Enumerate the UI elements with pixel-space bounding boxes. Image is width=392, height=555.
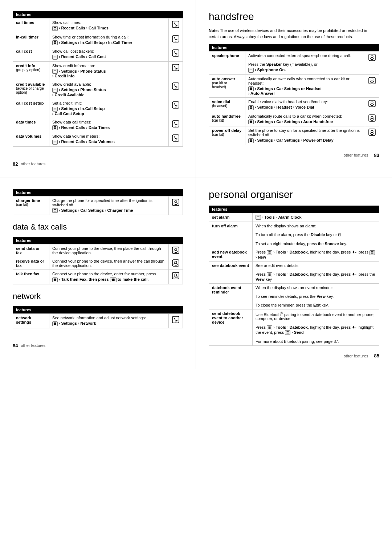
feature-desc: Connect your phone to the device, enter … xyxy=(49,270,169,284)
table-row: power-off delay(car kit) Set the phone t… xyxy=(209,126,379,145)
icon-cell xyxy=(365,74,379,98)
features-table-p85: features set alarm ☰ › Tools › Alarm Clo… xyxy=(209,206,379,346)
phone-icon: ☆ xyxy=(172,49,180,57)
table-row: data times Show data call timers: ☰ › Re… xyxy=(13,118,183,132)
table-row: call cost Show call cost trackers: ☰ › R… xyxy=(13,47,183,62)
svg-text:☆: ☆ xyxy=(175,139,177,141)
feature-desc: Show call cost trackers: ☰ › Recent Call… xyxy=(49,47,169,62)
features-table-p83: features speakerphone Activate a connect… xyxy=(209,44,379,145)
feature-desc: Show time or cost information during a c… xyxy=(49,33,169,47)
feature-desc: Show credit available: ☰ › Settings › Ph… xyxy=(49,80,169,99)
table-row: in-call timer Show time or cost informat… xyxy=(13,33,183,47)
page-84: features charger time(car kit) Charge th… xyxy=(0,178,196,370)
menu-path: ☰ › Settings › Car Settings or Headset› … xyxy=(248,86,362,96)
menu-path: ☰ › Settings › Phone Status› Credit Info xyxy=(52,69,166,78)
svg-rect-27 xyxy=(371,120,373,121)
table-row: receive data or fax Connect your phone t… xyxy=(13,257,183,270)
feature-label: add new datebook event xyxy=(209,248,253,262)
icon-cell xyxy=(169,257,183,270)
handsfree-note: Note: The use of wireless devices and th… xyxy=(209,28,379,40)
table-header-p85: features xyxy=(209,206,379,213)
page-85: personal organiser features set alarm ☰ … xyxy=(196,178,392,370)
menu-path: ☰ › Recent Calls › Call Times xyxy=(52,26,166,31)
headset-icon xyxy=(368,128,376,136)
table-row: see datebook event See or edit event det… xyxy=(209,261,379,283)
feature-desc: Connect your phone to the device, then a… xyxy=(49,257,169,270)
feature-desc: Show data call timers: ☰ › Recent Calls … xyxy=(49,118,169,132)
table-row: speakerphone Activate a connected extern… xyxy=(209,52,379,75)
icon-cell xyxy=(365,98,379,112)
phone-icon: ☆ xyxy=(172,82,180,90)
section-title-personal-organiser: personal organiser xyxy=(209,189,379,200)
page-label-85: other features xyxy=(344,354,368,358)
svg-point-17 xyxy=(371,56,373,58)
feature-label: data volumes xyxy=(13,132,49,147)
menu-path: ☰ › Settings › In-Call Setup› Call Cost … xyxy=(52,106,166,116)
feature-desc: Use Bluetooth® pairing to send a dateboo… xyxy=(253,309,379,346)
icon-cell xyxy=(365,126,379,145)
svg-rect-36 xyxy=(175,252,177,253)
section-title-handsfree: handsfree xyxy=(209,11,379,23)
feature-desc: Press ☰ › Tools › Datebook, highlight th… xyxy=(253,248,379,262)
table-row: voice dial(headset) Enable voice dial wi… xyxy=(209,98,379,112)
feature-desc: Connect your phone to the device, then p… xyxy=(49,244,169,257)
table-row: credit available(advice of charge option… xyxy=(13,80,183,99)
table-row: send datebook event to another device Us… xyxy=(209,309,379,346)
page-number-83: 83 xyxy=(374,153,379,158)
icon-cell: ☆ xyxy=(169,19,183,33)
section-title-network: network xyxy=(13,292,183,301)
phone-icon: ☆ xyxy=(172,134,180,142)
headset-icon xyxy=(368,100,376,108)
headset-icon xyxy=(172,198,180,206)
phone-icon: ☆ xyxy=(172,101,180,109)
feature-desc: Set the phone to stay on for a specified… xyxy=(245,126,365,145)
svg-rect-21 xyxy=(371,82,373,83)
feature-label: network settings xyxy=(13,313,49,328)
table-header-p82: features xyxy=(13,11,183,19)
feature-label: voice dial(headset) xyxy=(209,98,245,112)
table-row: network settings See network information… xyxy=(13,313,183,328)
data-fax-table-header: features xyxy=(13,237,183,244)
svg-rect-39 xyxy=(175,265,177,266)
feature-desc: Show data volume meters: ☰ › Recent Call… xyxy=(49,132,169,147)
feature-desc: ☰ › Tools › Alarm Clock xyxy=(253,213,379,222)
page-number-84: 84 xyxy=(13,343,18,348)
menu-path: ☰ › Settings › Car Settings › Power-off … xyxy=(248,138,362,143)
page-label-83: other features xyxy=(344,153,368,157)
svg-rect-18 xyxy=(371,59,373,60)
feature-label: data times xyxy=(13,118,49,132)
svg-text:☆: ☆ xyxy=(175,54,177,56)
menu-path: ☰ › Settings › Car Settings › Charger Ti… xyxy=(52,208,166,213)
feature-label: call cost setup xyxy=(13,99,49,118)
feature-label: call cost xyxy=(13,47,49,62)
feature-label: set alarm xyxy=(209,213,253,222)
svg-point-35 xyxy=(175,248,177,251)
svg-point-38 xyxy=(175,261,177,263)
feature-desc: Show credit information: ☰ › Settings › … xyxy=(49,61,169,80)
menu-path: ☰ › Recent Calls › Data Times xyxy=(52,125,166,130)
icon-cell: ☆ xyxy=(169,47,183,62)
menu-path: ☰ › Settings › Network xyxy=(52,321,166,326)
menu-path: ☰ › Settings › Headset › Voice Dial xyxy=(248,105,362,110)
feature-desc: When the display shows an event reminder… xyxy=(253,283,379,309)
table-row: datebook event reminder When the display… xyxy=(209,283,379,309)
feature-label: call times xyxy=(13,19,49,33)
page-label-84: other features xyxy=(21,343,45,348)
icon-cell xyxy=(365,112,379,126)
section-title-data-fax: data & fax calls xyxy=(13,222,183,232)
icon-cell: ☆ xyxy=(169,61,183,80)
table-row: call cost setup Set a credit limit: ☰ › … xyxy=(13,99,183,118)
feature-desc: See or edit event details: Press ☰ › Too… xyxy=(253,261,379,283)
table-header-p83: features xyxy=(209,44,379,52)
icon-cell: ☆ xyxy=(169,118,183,132)
feature-desc: See network information and adjust netwo… xyxy=(49,313,169,328)
icon-cell: ☆ xyxy=(169,99,183,118)
svg-text:☆: ☆ xyxy=(175,25,177,28)
svg-rect-42 xyxy=(175,278,177,278)
menu-path: ☰ › Settings › Phone Status› Credit Avai… xyxy=(52,88,166,97)
icon-cell: ☆ xyxy=(169,33,183,47)
feature-label: speakerphone xyxy=(209,52,245,75)
charger-time-table: features charger time(car kit) Charge th… xyxy=(13,189,183,215)
headset-icon xyxy=(368,114,376,122)
svg-text:☆: ☆ xyxy=(175,106,177,108)
